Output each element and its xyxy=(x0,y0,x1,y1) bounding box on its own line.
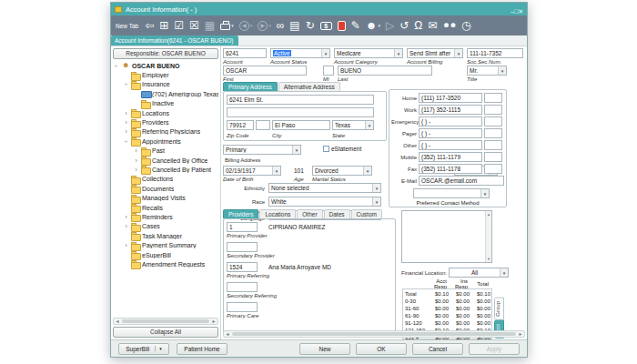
tree-item[interactable]: › Collections xyxy=(113,175,218,184)
send-icon[interactable]: ▷ xyxy=(386,20,394,31)
confirm-check-icon[interactable]: ☑ xyxy=(174,20,184,31)
phone-input[interactable]: (352) 111-1179 xyxy=(419,152,482,162)
form-horizontal-scrollbar[interactable]: ◄► xyxy=(223,330,525,338)
tree-item[interactable]: › Cases xyxy=(113,222,218,231)
chevron-icon[interactable]: › xyxy=(113,63,119,69)
scroll-down-icon[interactable]: ▼ xyxy=(487,257,490,261)
address-line1-input[interactable]: 6241 Elm St. xyxy=(227,95,374,105)
phone-input[interactable]: ( ) - xyxy=(419,116,482,126)
phone-extension-input[interactable] xyxy=(484,93,502,103)
tree-item[interactable]: › Inactive xyxy=(113,99,218,108)
email-input[interactable]: OSCAR.@email.com xyxy=(419,176,504,186)
tree-item[interactable]: › Locations xyxy=(113,108,218,117)
account-information-tab[interactable]: Account Information(6241 - OSCAR BUENO) xyxy=(111,35,238,46)
account-number-input[interactable]: 6241 xyxy=(223,48,267,58)
phone-extension-input[interactable] xyxy=(484,105,502,115)
notes-scrollbar[interactable]: ▲▼ xyxy=(485,211,491,262)
collapse-all-button[interactable]: Collapse All xyxy=(113,327,218,338)
tree-item[interactable]: › Reminders xyxy=(113,212,218,221)
zip4-input[interactable] xyxy=(256,120,270,130)
tree-item[interactable]: › Amendment Requests xyxy=(113,259,218,268)
city-input[interactable]: El Paso xyxy=(272,120,330,130)
provider-tab[interactable]: Dates xyxy=(324,209,350,218)
marital-status-select[interactable]: Divorced xyxy=(312,166,372,176)
footer-button[interactable]: New xyxy=(299,343,350,355)
scroll-left-icon[interactable]: ◄ xyxy=(114,318,121,324)
close-button[interactable]: ✕ xyxy=(518,8,523,15)
phone-input[interactable]: ( ) - xyxy=(419,140,482,150)
financial-location-select[interactable]: All xyxy=(449,268,509,278)
scroll-right-icon[interactable]: ► xyxy=(517,331,524,337)
chevron-icon[interactable]: › xyxy=(123,223,129,229)
payment-icon[interactable]: $ xyxy=(320,22,332,30)
edit-note-icon[interactable]: ✎ xyxy=(351,20,360,31)
tree-item[interactable]: › Referring Physicians xyxy=(113,127,218,136)
tree-item[interactable]: › eSuperBill xyxy=(113,250,218,259)
patient-search-icon[interactable]: ☻ xyxy=(366,20,380,31)
messages-icon[interactable]: ✉ xyxy=(428,20,437,31)
chevron-icon[interactable]: › xyxy=(123,128,129,135)
title-select[interactable]: Mr. xyxy=(467,66,507,76)
tree-item[interactable]: › Cancelled By Office xyxy=(113,156,218,165)
chevron-icon[interactable]: › xyxy=(123,138,129,145)
account-billing-select[interactable]: Send Stmt after Ins xyxy=(407,48,463,58)
phone-extension-input[interactable] xyxy=(484,164,502,174)
footer-button[interactable]: Patient Home xyxy=(177,343,228,355)
tree-item[interactable]: › OSCAR BUENO xyxy=(113,61,218,70)
patient-group-icon[interactable]: ☻☻ xyxy=(442,22,456,29)
chevron-icon[interactable]: › xyxy=(123,242,129,248)
hold-flag-icon[interactable] xyxy=(338,21,346,31)
provider-tab[interactable]: Other xyxy=(297,209,322,218)
address-tab[interactable]: Primary Address xyxy=(223,82,278,91)
first-name-input[interactable]: OSCAR xyxy=(223,66,307,76)
phone-extension-input[interactable] xyxy=(484,128,502,138)
phone-input[interactable]: (352) 111-1178 xyxy=(419,164,482,174)
zip-input[interactable]: 79912 xyxy=(227,120,254,130)
close-item-icon[interactable]: ☒ xyxy=(189,20,199,31)
chevron-icon[interactable]: › xyxy=(123,214,129,220)
tree-item[interactable]: › Employer xyxy=(113,70,218,79)
tree-item[interactable]: › Cancelled By Patient xyxy=(113,165,218,174)
document-icon[interactable]: ▤ xyxy=(289,20,299,31)
footer-button[interactable]: Cancel xyxy=(412,343,463,355)
ssn-input[interactable]: 111-11-7352 xyxy=(467,48,523,58)
chevron-icon[interactable]: › xyxy=(133,157,139,164)
tree-item[interactable]: › Recalls xyxy=(113,203,218,212)
billing-address-select[interactable]: Primary xyxy=(223,145,301,155)
phone-input[interactable]: (111) 117-3520 xyxy=(419,93,482,103)
phone-input[interactable]: (117) 352-1115 xyxy=(419,105,482,115)
address-tab[interactable]: Alternative Address xyxy=(278,82,340,91)
sync-icon[interactable]: ↺ xyxy=(399,20,409,31)
tree-item[interactable]: › Providers xyxy=(113,117,218,126)
back-icon[interactable]: ⇦ xyxy=(145,20,154,31)
address-line2-input[interactable] xyxy=(227,107,374,117)
binoculars-search-icon[interactable]: ∞ xyxy=(277,20,285,31)
preferred-contact-method-select[interactable] xyxy=(413,188,490,198)
refresh-icon[interactable]: ↻ xyxy=(306,20,315,31)
provider-code-input[interactable] xyxy=(227,242,258,252)
chevron-icon[interactable]: › xyxy=(123,110,129,116)
chevron-icon[interactable]: › xyxy=(123,81,129,87)
responsible-button[interactable]: Responsible: OSCAR BUENO xyxy=(113,48,218,59)
scroll-left-icon[interactable]: ◄ xyxy=(224,331,231,337)
phone-extension-input[interactable] xyxy=(484,152,502,162)
provider-code-input[interactable]: 1524 xyxy=(227,262,258,272)
provider-tab[interactable]: Locations xyxy=(259,209,296,218)
provider-code-input[interactable] xyxy=(227,302,258,312)
scrollbar-thumb[interactable] xyxy=(122,319,209,323)
chevron-icon[interactable]: › xyxy=(133,147,139,154)
provider-tab[interactable]: Providers xyxy=(223,209,258,218)
footer-button[interactable]: Apply xyxy=(469,343,520,355)
tree-item[interactable]: › Managed Visits xyxy=(113,193,218,202)
phone-input[interactable]: ( ) - xyxy=(419,128,482,138)
chevron-icon[interactable]: › xyxy=(133,167,139,173)
print-icon[interactable] xyxy=(220,21,234,30)
middle-initial-input[interactable] xyxy=(323,66,334,76)
new-tab-label[interactable]: New Tab xyxy=(116,23,138,29)
chevron-icon[interactable]: › xyxy=(123,119,129,126)
history-clock-icon[interactable]: ◷ xyxy=(461,20,470,31)
footer-button[interactable]: OK xyxy=(356,343,407,355)
scrollbar-thumb[interactable] xyxy=(232,332,516,336)
account-category-select[interactable]: Medicare xyxy=(334,48,403,58)
phone-extension-input[interactable] xyxy=(484,140,502,150)
